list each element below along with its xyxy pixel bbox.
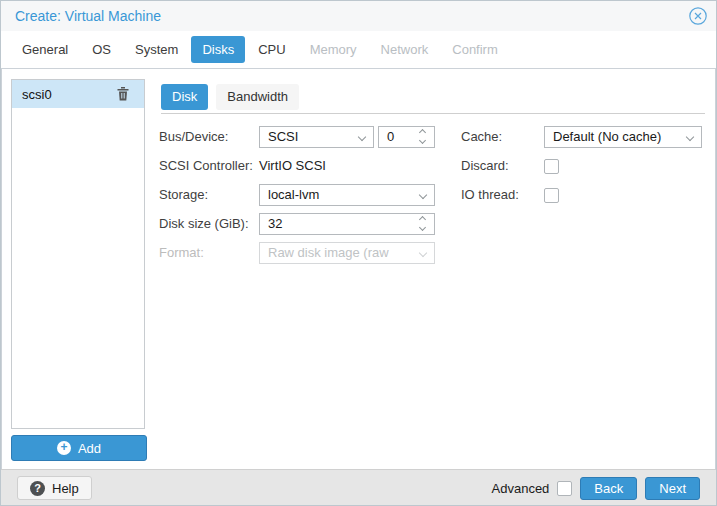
disks-panel: scsi0 + Add Disk Bandwidth — [1, 68, 716, 471]
device-number-spinner — [416, 127, 430, 147]
chevron-down-icon — [686, 133, 694, 141]
tab-confirm: Confirm — [441, 36, 509, 63]
storage-label: Storage: — [159, 184, 208, 206]
back-button[interactable]: Back — [580, 477, 637, 500]
format-label: Format: — [159, 242, 204, 264]
spinner-down-icon[interactable] — [416, 137, 430, 147]
bus-device-select[interactable]: SCSI — [259, 126, 374, 148]
cache-value: Default (No cache) — [553, 129, 661, 144]
list-item-scsi0[interactable]: scsi0 — [12, 80, 144, 108]
help-icon: ? — [30, 481, 45, 496]
help-button[interactable]: ? Help — [17, 476, 92, 500]
tab-network: Network — [370, 36, 440, 63]
io-thread-label: IO thread: — [461, 184, 519, 206]
spinner-up-icon[interactable] — [416, 127, 430, 137]
chevron-down-icon — [419, 249, 427, 257]
plus-icon: + — [57, 441, 71, 455]
storage-select[interactable]: local-lvm — [259, 184, 435, 206]
disk-name: scsi0 — [22, 87, 52, 102]
wizard-tabbar: General OS System Disks CPU Memory Netwo… — [1, 31, 716, 68]
cache-select[interactable]: Default (No cache) — [544, 126, 702, 148]
trash-icon — [117, 87, 129, 101]
help-label: Help — [52, 481, 79, 496]
tab-general[interactable]: General — [11, 36, 79, 63]
advanced-checkbox[interactable] — [557, 481, 572, 496]
storage-value: local-lvm — [268, 187, 319, 202]
subtab-disk[interactable]: Disk — [161, 84, 208, 110]
tab-disks[interactable]: Disks — [191, 36, 245, 63]
tab-system[interactable]: System — [124, 36, 189, 63]
close-button[interactable] — [688, 6, 708, 26]
create-vm-dialog: Create: Virtual Machine General OS Syste… — [0, 0, 717, 506]
format-select: Raw disk image (raw — [259, 242, 435, 264]
dialog-title: Create: Virtual Machine — [15, 1, 161, 31]
add-disk-button[interactable]: + Add — [11, 435, 147, 461]
disk-size-label: Disk size (GiB): — [159, 213, 249, 235]
subtab-bandwidth[interactable]: Bandwidth — [216, 84, 299, 110]
bus-device-value: SCSI — [268, 129, 298, 144]
discard-label: Discard: — [461, 155, 509, 177]
bus-device-label: Bus/Device: — [159, 126, 228, 148]
tab-cpu[interactable]: CPU — [247, 36, 296, 63]
spinner-down-icon[interactable] — [416, 224, 430, 234]
cache-label: Cache: — [461, 126, 502, 148]
advanced-label: Advanced — [492, 481, 550, 496]
chevron-down-icon — [419, 191, 427, 199]
io-thread-checkbox[interactable] — [544, 188, 559, 203]
disk-subtabs: Disk Bandwidth — [161, 84, 299, 110]
disk-list: scsi0 — [11, 79, 145, 429]
delete-disk-button[interactable] — [116, 87, 130, 102]
footer-actions: Advanced Back Next — [492, 476, 700, 500]
dialog-footer: ? Help Advanced Back Next — [1, 469, 716, 505]
spinner-up-icon[interactable] — [416, 214, 430, 224]
device-number-input[interactable]: 0 — [378, 126, 435, 148]
discard-checkbox[interactable] — [544, 159, 559, 174]
subtab-separator — [161, 113, 705, 114]
chevron-down-icon — [358, 133, 366, 141]
disk-size-spinner — [416, 214, 430, 234]
tab-memory: Memory — [299, 36, 368, 63]
next-button[interactable]: Next — [645, 477, 700, 500]
add-disk-label: Add — [78, 441, 101, 456]
disk-size-value: 32 — [268, 216, 282, 231]
scsi-controller-value: VirtIO SCSI — [259, 155, 326, 177]
disk-size-input[interactable]: 32 — [259, 213, 435, 235]
device-number-value: 0 — [387, 129, 394, 144]
tab-os[interactable]: OS — [81, 36, 122, 63]
dialog-header: Create: Virtual Machine — [1, 1, 716, 31]
scsi-controller-label: SCSI Controller: — [159, 155, 253, 177]
close-icon — [688, 6, 708, 26]
format-value: Raw disk image (raw — [268, 245, 389, 260]
